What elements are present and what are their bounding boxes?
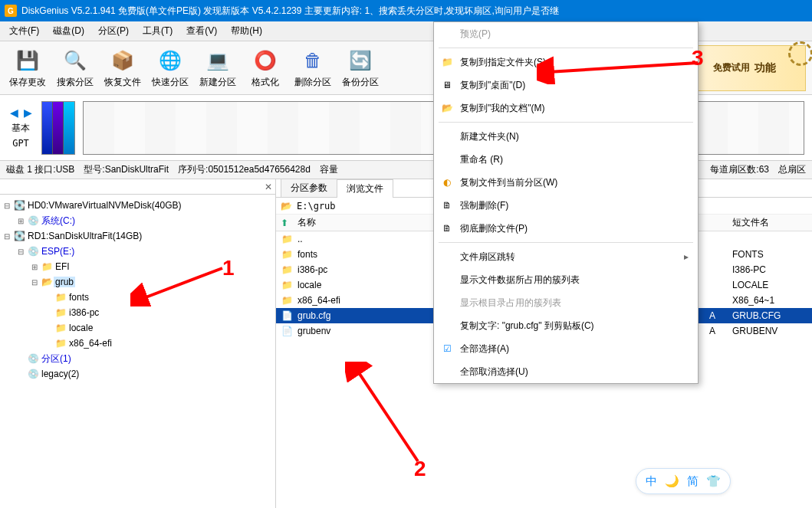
expand-icon[interactable]: ⊟ (2, 202, 12, 210)
ctx-show-root-clusters: 显示根目录占用的簇列表 (434, 291, 698, 314)
tool-search-partition[interactable]: 🔍搜索分区 (54, 47, 97, 89)
tree-fonts[interactable]: 📁fonts (2, 290, 274, 305)
ctx-deselect-all[interactable]: 全部取消选择(U) (434, 360, 698, 383)
ctx-copy-to-folder[interactable]: 📁复制到指定文件夹(S)... (434, 51, 698, 74)
tree-grub[interactable]: ⊟📂grub (2, 274, 274, 290)
save-icon: 💾 (14, 47, 41, 74)
separator (439, 242, 693, 243)
expand-icon[interactable]: ⊟ (2, 232, 12, 241)
ctx-perm-delete[interactable]: 🗎彻底删除文件(P) (434, 217, 698, 240)
menu-disk[interactable]: 磁盘(D) (47, 23, 90, 39)
app-logo-icon: G (5, 5, 17, 17)
partition-bar-1[interactable] (42, 102, 53, 154)
tab-browse-files[interactable]: 浏览文件 (337, 179, 393, 198)
separator (439, 122, 693, 123)
tool-quick-partition[interactable]: 🌐快速分区 (149, 47, 192, 89)
tree-x86[interactable]: 📁x86_64-efi (2, 336, 274, 351)
ime-moon-icon[interactable]: 🌙 (665, 474, 679, 488)
menu-tools[interactable]: 工具(T) (136, 23, 179, 39)
disk-serial: 序列号:0501512ea5d47656428d (178, 163, 311, 176)
file-type-icon: 📁 (276, 264, 293, 275)
disk-scheme-label: GPT (12, 138, 29, 149)
ime-lang-icon[interactable]: 中 (646, 474, 657, 489)
current-path: E:\grub (297, 201, 336, 211)
ctx-force-delete[interactable]: 🗎强制删除(F) (434, 194, 698, 217)
folder-icon: 📁 (54, 338, 67, 349)
promo-banner[interactable]: 免费试用 功能 (683, 45, 806, 91)
shred-icon: 🗎 (440, 223, 454, 234)
sidebar-header: ✕ (0, 179, 275, 195)
file-short: LOCALE (728, 280, 812, 290)
up-arrow-icon[interactable]: ⬆ (276, 218, 293, 228)
ctx-copy-text[interactable]: 复制文字: "grub.cfg" 到剪贴板(C) (434, 314, 698, 337)
disk-sectors-per-track: 每道扇区数:63 (710, 163, 769, 176)
ctx-copy-to-desktop[interactable]: 🖥复制到"桌面"(D) (434, 74, 698, 97)
expand-icon[interactable]: ⊞ (29, 263, 40, 271)
ctx-sector-jump[interactable]: 文件扇区跳转▸ (434, 245, 698, 268)
sidebar: ✕ ⊟💽HD0:VMwareVirtualNVMeDisk(40GB) ⊞💿系统… (0, 179, 276, 508)
partition-bar-2[interactable] (53, 102, 64, 154)
col-short[interactable]: 短文件名 (728, 216, 812, 229)
drive-icon: 💿 (26, 369, 40, 379)
tool-format[interactable]: ⭕格式化 (244, 47, 287, 89)
folder-icon: 📁 (54, 323, 67, 333)
disk-type-label: 基本 (12, 122, 30, 135)
ctx-new-folder[interactable]: 新建文件夹(N) (434, 125, 698, 148)
tool-save[interactable]: 💾保存更改 (6, 47, 49, 89)
tree-legacy[interactable]: 💿legacy(2) (2, 366, 274, 382)
promo-text: 免费试用 (713, 61, 750, 74)
ctx-copy-to-docs[interactable]: 📂复制到"我的文档"(M) (434, 97, 698, 120)
pie-icon: ◐ (440, 177, 454, 188)
box-icon: 📦 (109, 47, 136, 74)
tool-recover[interactable]: 📦恢复文件 (101, 47, 144, 89)
ctx-rename[interactable]: 重命名 (R) (434, 148, 698, 171)
menu-file[interactable]: 文件(F) (3, 23, 45, 39)
ctx-copy-to-cur[interactable]: ◐复制文件到当前分区(W) (434, 171, 698, 194)
chevron-right-icon: ▸ (684, 251, 689, 262)
drive-icon: 💿 (26, 353, 40, 364)
tree-efi[interactable]: ⊞📁EFI (2, 259, 274, 274)
nav-box: ◀ ▶ 基本 GPT (8, 107, 34, 149)
partition-bar-3[interactable] (64, 102, 74, 154)
menu-partition[interactable]: 分区(P) (92, 23, 135, 39)
tool-new-partition[interactable]: 💻新建分区 (196, 47, 239, 89)
menu-help[interactable]: 帮助(H) (225, 23, 268, 39)
disk-icon: 💽 (12, 200, 26, 211)
ctx-preview: 预览(P) (434, 22, 698, 45)
tree-partition1[interactable]: 💿分区(1) (2, 351, 274, 366)
expand-icon[interactable]: ⊟ (29, 278, 40, 287)
partition-color-bars[interactable] (41, 101, 75, 155)
tree-hd0[interactable]: ⊟💽HD0:VMwareVirtualNVMeDisk(40GB) (2, 198, 274, 213)
ime-simplified-icon[interactable]: 简 (687, 474, 699, 489)
disk-capacity: 容量 (320, 163, 338, 176)
expand-icon[interactable]: ⊟ (15, 247, 26, 256)
laptop-icon: 💻 (204, 47, 232, 74)
ctx-select-all[interactable]: ☑全部选择(A) (434, 337, 698, 360)
disk-total-sectors: 总扇区 (778, 163, 806, 176)
format-icon: ⭕ (251, 47, 279, 74)
tree-i386[interactable]: 📁i386-pc (2, 305, 274, 320)
tool-backup-partition[interactable]: 🔄备份分区 (339, 47, 382, 89)
drive-icon: 💿 (26, 215, 40, 226)
tab-partition-params[interactable]: 分区参数 (281, 179, 337, 197)
file-type-icon: 📁 (276, 280, 293, 290)
file-type-icon: 📁 (276, 295, 293, 306)
ctx-show-clusters[interactable]: 显示文件数据所占用的簇列表 (434, 268, 698, 291)
title-text: DiskGenius V5.2.1.941 免费版(单文件PE版) 发现新版本 … (21, 5, 559, 18)
search-icon: 🔍 (61, 47, 89, 74)
tree-esp-e[interactable]: ⊟💿ESP(E:) (2, 244, 274, 259)
expand-icon[interactable]: ⊞ (15, 217, 26, 225)
sidebar-close-icon[interactable]: ✕ (265, 182, 272, 192)
nav-prev-icon[interactable]: ◀ (8, 107, 20, 119)
ime-bar[interactable]: 中 🌙 简 👕 (636, 468, 731, 494)
backup-icon: 🔄 (347, 47, 374, 74)
tree-rd1[interactable]: ⊟💽RD1:SanDiskUltraFit(14GB) (2, 228, 274, 244)
tool-delete-partition[interactable]: 🗑删除分区 (291, 47, 334, 89)
nav-next-icon[interactable]: ▶ (21, 107, 34, 119)
ime-shirt-icon[interactable]: 👕 (706, 474, 721, 488)
tree-locale[interactable]: 📁locale (2, 320, 274, 336)
drive-icon: 💿 (26, 246, 40, 257)
menu-view[interactable]: 查看(V) (180, 23, 223, 39)
tree-system-c[interactable]: ⊞💿系统(C:) (2, 213, 274, 228)
folder-icon: 📁 (440, 57, 454, 67)
